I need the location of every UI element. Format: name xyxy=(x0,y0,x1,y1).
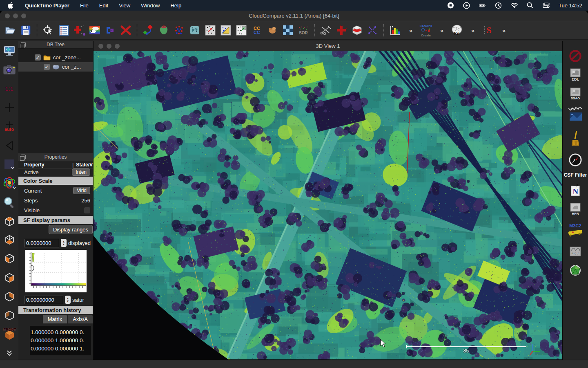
zoom-window-button[interactable] xyxy=(21,13,26,18)
saturation-input[interactable]: 0.00000000 xyxy=(24,296,63,304)
ssao-shader-button[interactable]: SSAO xyxy=(569,87,582,100)
compass-plugin-button[interactable] xyxy=(569,153,582,166)
cross-section-button[interactable] xyxy=(335,24,347,36)
undock-icon[interactable] xyxy=(21,155,26,159)
pcv-plugin-button[interactable]: PCV xyxy=(569,245,582,258)
no-filter-button[interactable] xyxy=(569,49,582,63)
apple-logo-icon[interactable] xyxy=(7,2,14,9)
right-view-button[interactable] xyxy=(3,309,16,322)
toolbar-overflow-chevron[interactable]: » xyxy=(466,24,479,36)
facets-plugin-button[interactable] xyxy=(569,264,582,277)
histogram-button[interactable] xyxy=(389,24,401,36)
rotate-view-button[interactable] xyxy=(3,177,16,190)
cloud-cloud-distance-button[interactable]: CCCC xyxy=(251,24,263,36)
bounding-box-button[interactable] xyxy=(3,158,16,171)
translate-rotate-button[interactable] xyxy=(142,24,154,36)
pick-rotation-center-button[interactable] xyxy=(42,24,54,36)
front-iso-view-button[interactable]: FRONT xyxy=(3,328,16,341)
bottom-view-button[interactable] xyxy=(3,234,16,247)
toolbar-overflow-chevron[interactable]: » xyxy=(435,24,448,36)
menu-file[interactable]: File xyxy=(80,2,89,9)
minimize-view-button[interactable] xyxy=(107,44,111,49)
menu-window[interactable]: Window xyxy=(141,2,160,9)
menu-app-name[interactable]: QuickTime Player xyxy=(25,2,69,9)
menu-view[interactable]: View xyxy=(119,2,130,9)
fit-primitive-button[interactable] xyxy=(235,24,247,36)
tab-matrix[interactable]: Matrix xyxy=(43,315,67,323)
front-view-button[interactable] xyxy=(3,253,16,265)
minimize-window-button[interactable] xyxy=(13,13,18,18)
scissors-segment-button[interactable] xyxy=(320,24,332,36)
steps-value[interactable]: 256 xyxy=(81,197,90,204)
displayed-min-input[interactable]: 0.0000000 xyxy=(24,239,59,247)
tree-item-cloud[interactable]: ✓ cor _z... xyxy=(18,62,93,72)
tab-axis-angle[interactable]: Axis/A xyxy=(68,315,93,323)
open-button[interactable] xyxy=(4,24,16,36)
undock-icon[interactable] xyxy=(21,42,26,47)
camera-direction-button[interactable] xyxy=(3,139,16,152)
toolbar-overflow-chevron[interactable]: » xyxy=(404,24,416,36)
zoom-view-button[interactable] xyxy=(115,44,120,49)
subsample-button[interactable] xyxy=(173,24,185,36)
delete-button[interactable] xyxy=(120,24,132,36)
stop-recording-icon[interactable] xyxy=(447,2,454,9)
point-cloud-render[interactable] xyxy=(94,51,562,359)
checkbox-checked-icon[interactable]: ✓ xyxy=(44,64,50,70)
zoom-fit-button[interactable] xyxy=(3,196,16,209)
clean-broom-button[interactable] xyxy=(569,130,582,148)
canupo-plugin-button[interactable]: CANUPOCreate xyxy=(420,24,432,36)
battery-icon[interactable] xyxy=(479,2,486,9)
clipping-box-button[interactable] xyxy=(351,24,363,36)
kdtree-plugin-button[interactable]: Kd xyxy=(451,24,463,36)
close-window-button[interactable] xyxy=(5,13,10,18)
left-view-button[interactable] xyxy=(3,290,16,303)
stepper-icon[interactable]: ▲▼ xyxy=(65,296,71,304)
wifi-icon[interactable] xyxy=(511,2,518,9)
time-machine-icon[interactable] xyxy=(495,2,502,9)
control-center-icon[interactable] xyxy=(543,2,550,9)
hpr-plugin-button[interactable]: HPR xyxy=(569,202,582,215)
zoom-1-1-button[interactable]: 1:1 xyxy=(3,82,16,95)
stepper-icon[interactable]: ▲▼ xyxy=(61,239,67,247)
back-view-button[interactable] xyxy=(3,272,16,284)
menu-edit[interactable]: Edit xyxy=(99,2,108,9)
active-sf-dropdown[interactable]: Inten xyxy=(72,168,90,176)
segment-tool-button[interactable] xyxy=(158,24,170,36)
menu-help[interactable]: Help xyxy=(170,2,181,9)
display-options-button[interactable] xyxy=(3,45,16,57)
m3c2-plugin-button[interactable]: M3C2 xyxy=(569,221,582,239)
color-scale-dropdown[interactable]: Virid xyxy=(73,187,90,194)
sor-filter-button[interactable]: SOR xyxy=(297,24,310,36)
tree-item-folder[interactable]: ✓ cor _zone... xyxy=(18,53,93,62)
merge-clouds-button[interactable] xyxy=(104,24,116,36)
normals-arrow-button[interactable]: N xyxy=(569,184,582,197)
triangulate-button[interactable] xyxy=(220,24,232,36)
sample-points-button[interactable] xyxy=(204,24,216,36)
menu-clock[interactable]: Tue 14:52 xyxy=(559,2,582,9)
window-title-bar[interactable]: CloudCompare v2.11.1 (Anoia) [64-bit] xyxy=(0,11,588,21)
pivot-crosshair-button[interactable] xyxy=(3,101,16,114)
checkbox-checked-icon[interactable]: ✓ xyxy=(35,54,41,61)
toolbar-overflow-chevron[interactable]: » xyxy=(497,24,510,36)
point-picking-button[interactable] xyxy=(73,24,85,36)
align-clouds-button[interactable] xyxy=(266,24,278,36)
normals-button[interactable] xyxy=(189,24,201,36)
save-button[interactable] xyxy=(20,24,32,36)
clouds-list-button[interactable] xyxy=(58,24,70,36)
edl-shader-button[interactable]: EDL xyxy=(569,68,582,81)
sra-plugin-button[interactable]: S xyxy=(482,24,494,36)
top-view-button[interactable] xyxy=(3,215,16,228)
csf-filter-button[interactable]: CSF Filter xyxy=(564,172,587,178)
interpolate-button[interactable] xyxy=(282,24,294,36)
point-list-picking-button[interactable] xyxy=(366,24,379,36)
screenshot-button[interactable] xyxy=(3,63,16,76)
visible-checkbox[interactable] xyxy=(84,207,90,213)
animation-plugin-button[interactable] xyxy=(569,106,582,124)
spotlight-search-icon[interactable] xyxy=(527,2,534,9)
clone-button[interactable] xyxy=(89,24,101,36)
close-view-button[interactable] xyxy=(98,44,103,49)
sf-histogram[interactable] xyxy=(25,250,87,292)
play-icon[interactable] xyxy=(463,2,470,9)
display-ranges-button[interactable]: Display ranges xyxy=(49,225,93,234)
pivot-auto-button[interactable]: auto xyxy=(3,120,16,133)
